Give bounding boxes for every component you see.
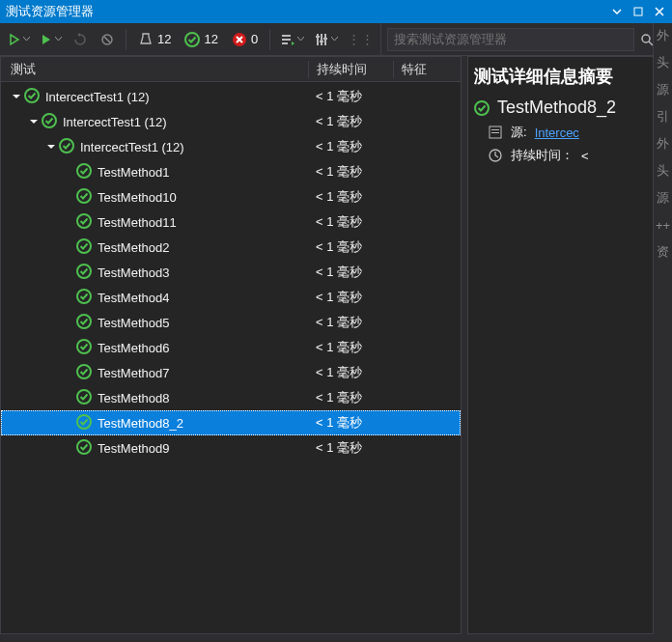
side-tab[interactable]: 资	[657, 243, 669, 261]
test-duration: < 1 毫秒	[308, 389, 393, 406]
column-header-test[interactable]: 测试	[1, 61, 308, 78]
cancel-button[interactable]	[95, 27, 120, 52]
test-row[interactable]: TestMethod11< 1 毫秒	[1, 209, 461, 235]
test-duration: < 1 毫秒	[308, 264, 393, 281]
detail-header: 测试详细信息摘要	[474, 65, 665, 88]
test-duration: < 1 毫秒	[308, 113, 393, 130]
side-tab[interactable]: 引	[657, 108, 669, 126]
test-tree-pane: 测试 持续时间 特征 IntercectTest1 (12)< 1 毫秒Inte…	[0, 56, 462, 634]
test-duration: < 1 毫秒	[308, 188, 393, 206]
test-row[interactable]: IntercectTest1 (12)< 1 毫秒	[1, 109, 461, 134]
pass-icon	[76, 163, 98, 181]
pass-icon	[76, 364, 98, 382]
source-icon	[488, 125, 503, 140]
side-tab[interactable]: ++	[656, 216, 670, 234]
test-duration: < 1 毫秒	[308, 238, 393, 256]
grip-icon: ⋮⋮	[344, 27, 378, 52]
detail-pane: 测试详细信息摘要 TestMethod8_2 源: Intercec 持续时间：…	[467, 56, 672, 634]
expander-icon[interactable]	[28, 116, 40, 127]
pass-icon	[76, 213, 98, 232]
test-duration: < 1 毫秒	[308, 339, 393, 356]
dropdown-icon[interactable]	[610, 5, 624, 18]
clock-icon	[488, 148, 503, 163]
test-duration: < 1 毫秒	[308, 138, 393, 155]
test-duration: < 1 毫秒	[308, 163, 393, 181]
test-row[interactable]: TestMethod9< 1 毫秒	[1, 435, 461, 461]
svg-rect-0	[634, 8, 642, 15]
close-icon[interactable]	[653, 5, 666, 18]
detail-source-link[interactable]: Intercec	[535, 126, 579, 140]
expander-icon	[63, 292, 74, 303]
test-name: IntercectTest1 (12)	[63, 115, 167, 129]
expander-icon	[63, 191, 74, 203]
total-tests-badge[interactable]: 12	[132, 32, 177, 47]
run-button[interactable]	[36, 27, 66, 52]
svg-rect-5	[282, 39, 291, 41]
expander-icon	[63, 367, 74, 378]
pass-icon	[474, 100, 490, 116]
test-row[interactable]: TestMethod8_2< 1 毫秒	[1, 410, 461, 435]
collapsed-side-tabs[interactable]: 外头源引外头源++资	[653, 23, 672, 634]
side-tab[interactable]: 外	[657, 27, 669, 44]
test-row[interactable]: IntercectTest1 (12)< 1 毫秒	[1, 84, 461, 109]
column-headers: 测试 持续时间 特征	[1, 57, 461, 82]
pass-icon	[76, 238, 98, 257]
side-tab[interactable]: 头	[657, 162, 669, 180]
svg-rect-12	[323, 38, 327, 40]
test-row[interactable]: TestMethod10< 1 毫秒	[1, 184, 461, 209]
test-duration: < 1 毫秒	[308, 213, 393, 231]
svg-rect-8	[321, 34, 322, 45]
test-name: TestMethod10	[98, 190, 177, 205]
test-row[interactable]: TestMethod2< 1 毫秒	[1, 235, 461, 260]
test-row[interactable]: IntercectTest1 (12)< 1 毫秒	[1, 134, 461, 159]
test-tree[interactable]: IntercectTest1 (12)< 1 毫秒IntercectTest1 …	[1, 82, 461, 633]
repeat-button[interactable]	[68, 27, 93, 52]
failed-count: 0	[251, 32, 258, 46]
expander-icon	[63, 317, 74, 328]
svg-rect-31	[491, 129, 499, 130]
expander-icon[interactable]	[11, 91, 22, 102]
test-row[interactable]: TestMethod4< 1 毫秒	[1, 285, 461, 310]
test-row[interactable]: TestMethod3< 1 毫秒	[1, 260, 461, 285]
test-name: TestMethod8	[98, 391, 169, 405]
failed-tests-badge[interactable]: 0	[226, 32, 264, 47]
side-tab[interactable]: 外	[657, 135, 669, 153]
test-name: TestMethod4	[98, 291, 169, 305]
svg-rect-10	[316, 36, 320, 38]
detail-duration-value: <	[581, 149, 589, 163]
expander-icon	[63, 342, 74, 353]
expander-icon	[63, 442, 74, 454]
pass-icon	[76, 339, 98, 357]
svg-rect-32	[491, 132, 499, 133]
playlist-button[interactable]	[276, 27, 308, 52]
side-tab[interactable]: 源	[657, 189, 669, 207]
test-duration: < 1 毫秒	[308, 439, 393, 457]
side-tab[interactable]: 头	[657, 54, 669, 71]
test-row[interactable]: TestMethod5< 1 毫秒	[1, 310, 461, 335]
test-name: TestMethod11	[98, 215, 177, 230]
side-tab[interactable]: 源	[657, 81, 669, 98]
pass-icon	[76, 389, 98, 407]
detail-duration-label: 持续时间：	[511, 147, 574, 164]
search-input[interactable]	[387, 28, 634, 51]
svg-point-13	[642, 35, 650, 42]
test-row[interactable]: TestMethod7< 1 毫秒	[1, 360, 461, 385]
passed-tests-badge[interactable]: 12	[179, 32, 223, 47]
expander-icon	[63, 392, 74, 404]
test-row[interactable]: TestMethod6< 1 毫秒	[1, 335, 461, 360]
column-header-traits[interactable]: 特征	[393, 61, 461, 78]
run-all-button[interactable]	[4, 27, 34, 52]
svg-rect-11	[320, 41, 323, 42]
settings-button[interactable]	[310, 27, 342, 52]
pass-icon	[76, 264, 98, 282]
test-row[interactable]: TestMethod8< 1 毫秒	[1, 385, 461, 410]
test-row[interactable]: TestMethod1< 1 毫秒	[1, 159, 461, 184]
test-duration: < 1 毫秒	[308, 88, 393, 105]
column-header-duration[interactable]: 持续时间	[308, 61, 393, 78]
maximize-icon[interactable]	[631, 5, 645, 18]
test-name: TestMethod6	[98, 341, 169, 355]
expander-icon[interactable]	[45, 141, 57, 153]
svg-rect-6	[282, 42, 288, 44]
test-name: TestMethod1	[98, 165, 169, 180]
expander-icon	[63, 266, 74, 278]
